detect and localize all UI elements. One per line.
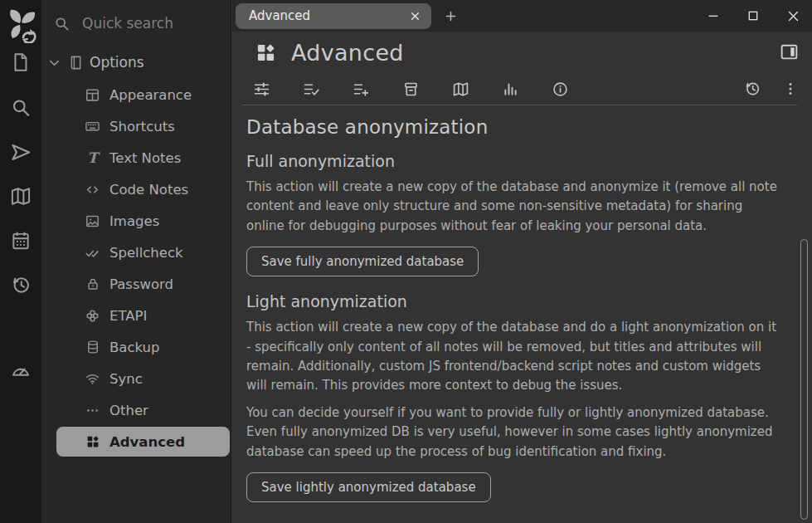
search-icon[interactable] xyxy=(10,96,32,119)
list-check-icon xyxy=(303,81,320,98)
dashboard-icon[interactable] xyxy=(10,359,32,381)
sidebar-item-label: Shortcuts xyxy=(109,119,175,134)
archive-icon xyxy=(402,81,420,98)
tab-bar: Advanced xyxy=(232,0,812,32)
sidebar-item-images[interactable]: Images xyxy=(41,205,230,237)
full-anonymization-description: This action will create a new copy of th… xyxy=(246,178,779,236)
quick-search[interactable] xyxy=(45,7,226,39)
info-icon xyxy=(552,81,569,98)
close-icon[interactable] xyxy=(783,6,804,27)
window-layout-icon xyxy=(85,87,100,103)
code-icon xyxy=(85,182,100,198)
sidebar-item-text-notes[interactable]: T Text Notes xyxy=(41,142,230,174)
minimize-icon[interactable] xyxy=(703,6,723,26)
options-tree: Appearance Shortcuts T Text Notes xyxy=(41,79,230,457)
bar-chart-icon xyxy=(502,81,519,98)
tree-item-options[interactable]: Options xyxy=(46,49,144,76)
revisions-history-icon[interactable] xyxy=(743,80,761,98)
owned-attributes-tab[interactable] xyxy=(303,81,320,98)
new-note-icon[interactable] xyxy=(10,51,32,73)
ellipsis-icon xyxy=(85,403,100,418)
tab-advanced[interactable]: Advanced xyxy=(236,3,431,29)
sidebar-item-advanced[interactable]: Advanced xyxy=(56,427,230,457)
chevron-down-icon[interactable] xyxy=(46,55,62,71)
note-paths-tab[interactable] xyxy=(402,81,420,98)
image-icon xyxy=(85,213,100,229)
sidebar-item-label: Backup xyxy=(109,340,159,355)
window-controls xyxy=(703,0,804,32)
sidebar-item-label: Appearance xyxy=(109,87,192,103)
note-map-icon[interactable] xyxy=(10,185,32,208)
kebab-menu-icon[interactable] xyxy=(782,81,799,97)
sidebar: Options Appearance Shortcuts xyxy=(41,0,231,523)
book-icon xyxy=(68,55,84,71)
launcher-bar xyxy=(0,0,41,523)
sidebar-item-label: Password xyxy=(109,276,173,292)
search-icon xyxy=(53,15,71,32)
recent-changes-icon[interactable] xyxy=(10,274,32,296)
sidebar-item-label: Spellcheck xyxy=(109,245,183,261)
map-icon xyxy=(452,81,469,98)
note-header: Advanced xyxy=(232,32,812,73)
text-icon: T xyxy=(85,150,100,166)
sidebar-item-etapi[interactable]: ETAPI xyxy=(41,300,230,331)
sidebar-item-label: Images xyxy=(109,213,159,229)
inherited-attributes-tab[interactable] xyxy=(353,81,370,98)
sidebar-item-label: Other xyxy=(109,403,148,418)
light-anonymization-heading: Light anonymization xyxy=(246,292,779,310)
sidebar-item-label: Sync xyxy=(109,371,143,387)
grid-icon xyxy=(255,42,277,64)
sidebar-item-shortcuts[interactable]: Shortcuts xyxy=(41,110,230,142)
page-title: Advanced xyxy=(291,40,404,66)
trilium-logo xyxy=(3,5,38,43)
sidebar-item-label: ETAPI xyxy=(109,308,147,324)
basic-properties-tab[interactable] xyxy=(253,81,270,98)
section-title: Database anonymization xyxy=(246,116,779,138)
sidebar-item-spellcheck[interactable]: Spellcheck xyxy=(41,237,230,268)
main-panel: Advanced xyxy=(232,0,812,523)
sliders-icon xyxy=(253,81,270,98)
flower-icon xyxy=(85,308,100,324)
tree-item-label: Options xyxy=(90,54,144,71)
sidebar-item-backup[interactable]: Backup xyxy=(41,331,230,363)
note-map-tab[interactable] xyxy=(452,81,469,98)
anonymization-choice-description: You can decide yourself if you want to p… xyxy=(246,403,779,462)
save-fully-anonymized-button[interactable]: Save fully anonymized database xyxy=(246,247,479,276)
ribbon-right-group xyxy=(743,80,799,98)
sidebar-item-other[interactable]: Other xyxy=(41,394,230,426)
ribbon xyxy=(232,73,812,105)
sidebar-item-label: Advanced xyxy=(109,434,185,450)
note-info-tab[interactable] xyxy=(552,81,569,98)
tab-label: Advanced xyxy=(249,8,310,23)
sidebar-item-password[interactable]: Password xyxy=(41,268,230,300)
keyboard-icon xyxy=(85,119,100,134)
tab-close-icon[interactable] xyxy=(407,8,423,24)
list-plus-icon xyxy=(353,81,370,98)
new-tab-icon[interactable] xyxy=(444,9,458,23)
maximize-icon[interactable] xyxy=(743,6,763,26)
lock-icon xyxy=(85,276,100,292)
save-lightly-anonymized-button[interactable]: Save lightly anonymized database xyxy=(246,472,491,502)
sidebar-item-appearance[interactable]: Appearance xyxy=(41,79,230,110)
send-icon[interactable] xyxy=(10,141,32,164)
light-anonymization-description: This action will create a new copy of th… xyxy=(246,318,779,396)
similar-notes-tab[interactable] xyxy=(502,81,519,98)
sidebar-item-code-notes[interactable]: Code Notes xyxy=(41,174,230,205)
options-content: Database anonymization Full anonymizatio… xyxy=(232,105,812,504)
full-anonymization-heading: Full anonymization xyxy=(246,152,779,170)
right-panel-toggle-icon[interactable] xyxy=(779,42,800,62)
sidebar-item-label: Code Notes xyxy=(109,182,188,198)
grid-icon xyxy=(85,434,100,450)
vertical-scrollbar-thumb[interactable] xyxy=(800,239,808,520)
double-check-icon xyxy=(85,245,100,261)
calendar-icon[interactable] xyxy=(10,230,32,252)
sidebar-item-label: Text Notes xyxy=(109,150,181,166)
sidebar-item-sync[interactable]: Sync xyxy=(41,363,230,394)
database-icon xyxy=(85,340,100,355)
wifi-icon xyxy=(85,371,100,387)
